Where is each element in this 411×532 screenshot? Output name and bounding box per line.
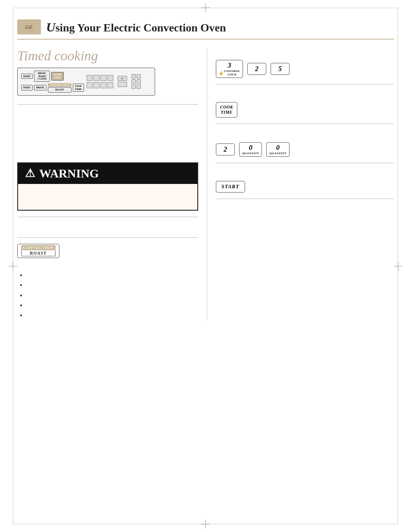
convection-label: CONVECTION <box>48 83 71 87</box>
warning-title: WARNING <box>39 167 99 180</box>
list-item-3 <box>27 290 198 300</box>
key-2-second: 2 <box>216 143 235 156</box>
timed-cooking-heading: Timed cooking <box>17 48 198 63</box>
left-column: Timed cooking BAKE BROIL•BAKE•+CONV COOK… <box>17 48 207 320</box>
convection-roast-button: CONVECTION ROAST <box>17 244 59 258</box>
key-0-qty-first: 0 QUANTITY <box>239 142 262 157</box>
step-3-text <box>216 130 394 138</box>
left-lower-section <box>17 223 198 231</box>
crosshair-right <box>394 262 402 271</box>
convection-roast-section: CONVECTION ROAST <box>17 244 198 264</box>
page-title: Using Your Electric Convection Oven <box>46 20 226 34</box>
step-4-key-row: START <box>216 181 394 193</box>
right-divider-4 <box>216 199 394 199</box>
warning-header: ⚠ WARNING <box>18 163 197 184</box>
warning-body-text <box>18 184 197 210</box>
key-2-first: 2 <box>247 63 266 75</box>
list-item-5 <box>27 310 198 320</box>
left-mid-text <box>17 111 198 119</box>
left-mid-text2 <box>17 123 198 131</box>
step-1-text <box>216 48 394 56</box>
right-divider-3 <box>216 163 394 163</box>
convection-label-bottom: ROAST <box>21 250 56 256</box>
brand-logo: GE <box>17 19 41 34</box>
divider-2 <box>17 217 198 217</box>
warning-triangle-icon: ⚠ <box>25 167 35 180</box>
oven-roast-btn: ROAST <box>48 87 71 93</box>
key-0-qty-second: 0 QUANTITY <box>266 142 289 157</box>
oven-display-right: 88 <box>118 76 127 87</box>
step-2-key-row: COOKTIME <box>216 102 394 118</box>
bottom-right-text2 <box>216 213 394 221</box>
step-3-key-row: 2 0 QUANTITY 0 QUANTITY <box>216 142 394 157</box>
step-2-text <box>216 90 394 99</box>
crosshair-left <box>9 262 17 271</box>
divider-1 <box>17 104 198 105</box>
crosshair-bottom <box>201 520 210 529</box>
right-divider-2 <box>216 124 394 124</box>
list-item-4 <box>27 300 198 310</box>
convection-label-top: CONVECTION <box>21 245 56 250</box>
feature-list <box>17 270 198 320</box>
right-column: 3 🔒 CONTROLLOCK 2 5 COOK <box>207 48 394 320</box>
oven-broil2-btn: BROIL <box>34 85 47 90</box>
bottom-right-section <box>216 205 394 221</box>
list-item-1 <box>27 270 198 280</box>
left-lower-text <box>17 223 198 231</box>
right-divider-1 <box>216 84 394 84</box>
key-5: 5 <box>271 63 290 75</box>
warning-box: ⚠ WARNING <box>17 162 198 211</box>
key-3-control-lock: 3 🔒 CONTROLLOCK <box>216 60 243 78</box>
oven-panel-illustration: BAKE BROIL•BAKE•+CONV COOKTIME BAKE BROI… <box>17 68 155 95</box>
list-item-2 <box>27 280 198 290</box>
bottom-right-text <box>216 205 394 213</box>
key-start: START <box>216 181 245 193</box>
oven-stop-time-btn: STOPTIME <box>73 84 84 92</box>
step-4-section: START <box>216 169 394 193</box>
step-4-text <box>216 169 394 177</box>
step-3-section: 2 0 QUANTITY 0 QUANTITY <box>216 130 394 156</box>
oven-cook-time-btn: COOKTIME <box>51 72 63 80</box>
step-2-section: COOKTIME <box>216 90 394 118</box>
oven-broil-btn: BROIL•BAKE•+CONV <box>34 71 50 82</box>
oven-bake2-btn: BAKE <box>21 85 33 90</box>
crosshair-top <box>201 3 210 12</box>
page-header: GE Using Your Electric Convection Oven <box>17 13 394 40</box>
step-1-key-row: 3 🔒 CONTROLLOCK 2 5 <box>216 60 394 78</box>
left-mid-text-area <box>17 111 198 154</box>
divider-3 <box>17 237 198 238</box>
oven-display <box>87 75 113 88</box>
oven-bake-btn: BAKE <box>21 74 33 79</box>
key-cook-time: COOKTIME <box>216 102 237 118</box>
step-1-section: 3 🔒 CONTROLLOCK 2 5 <box>216 48 394 78</box>
